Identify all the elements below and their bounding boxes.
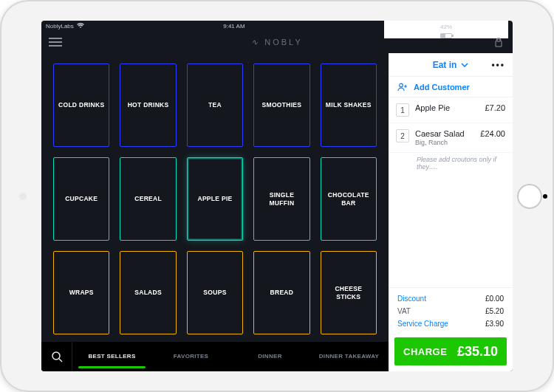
- wifi-icon: [77, 23, 84, 29]
- order-line-qty: 2: [396, 129, 409, 142]
- product-tile[interactable]: WRAPS: [53, 251, 109, 334]
- product-tile-label: TEA: [208, 101, 222, 109]
- home-button[interactable]: [517, 184, 542, 209]
- product-tile[interactable]: APPLE PIE: [187, 157, 243, 241]
- product-tile-label: SOUPS: [203, 289, 226, 297]
- order-lines: 1Apple Pie£7.202Caesar SaladBig, Ranch£2…: [389, 97, 513, 287]
- charge-amount: £35.10: [457, 344, 498, 360]
- svg-point-0: [52, 352, 60, 360]
- order-line-mods: Big, Ranch: [415, 139, 474, 146]
- battery-percent: 42%: [440, 24, 452, 30]
- ipad-frame: NoblyLabs 9:41 AM 42% ∿ NOBLY: [0, 0, 554, 392]
- product-tile[interactable]: COLD DRINKS: [53, 63, 109, 147]
- menu-button[interactable]: [49, 38, 62, 47]
- status-bar: NoblyLabs 9:41 AM 42%: [41, 21, 513, 31]
- product-tile[interactable]: SALADS: [120, 251, 176, 334]
- svg-point-2: [400, 83, 403, 87]
- order-type-select[interactable]: Eat in: [433, 60, 469, 70]
- product-area: COLD DRINKSHOT DRINKSTEASMOOTHIESMILK SH…: [41, 53, 389, 371]
- category-bar: BEST SELLERSFAVORITESDINNERDINNER TAKEAW…: [41, 342, 389, 371]
- order-line[interactable]: 1Apple Pie£7.20: [389, 97, 513, 123]
- product-tile[interactable]: SOUPS: [187, 251, 243, 334]
- product-tile-label: APPLE PIE: [197, 195, 232, 203]
- service-charge-value: £3.90: [485, 320, 504, 328]
- category-tab[interactable]: DINNER TAKEAWAY: [310, 342, 389, 371]
- product-tile[interactable]: TEA: [187, 63, 243, 147]
- discount-value: £0.00: [485, 295, 504, 303]
- product-tile[interactable]: HOT DRINKS: [120, 63, 176, 147]
- order-note: Please add croutons only if they.....: [389, 153, 513, 178]
- brand-logo: ∿ NOBLY: [62, 38, 492, 47]
- product-tile-label: WRAPS: [69, 289, 94, 297]
- product-tile[interactable]: CHOCOLATE BAR: [321, 157, 377, 241]
- service-charge-button[interactable]: Service Charge: [397, 320, 448, 328]
- product-tile-label: CHEESE STICKS: [324, 285, 373, 300]
- category-label: BEST SELLERS: [88, 354, 135, 360]
- order-line-qty: 1: [396, 103, 409, 117]
- chevron-down-icon: [461, 63, 468, 67]
- product-tile[interactable]: MILK SHAKES: [321, 63, 377, 147]
- discount-button[interactable]: Discount: [397, 295, 426, 303]
- vat-label: VAT: [397, 307, 411, 315]
- person-add-icon: [397, 83, 408, 92]
- order-line-name: Apple Pie: [415, 103, 479, 112]
- battery-icon: [440, 33, 452, 38]
- order-totals: Discount £0.00 VAT £5.20 Service Charge …: [389, 287, 513, 337]
- category-label: FAVORITES: [174, 354, 208, 360]
- device-side-sensor: [543, 194, 547, 199]
- lock-button[interactable]: [492, 35, 505, 49]
- product-tile[interactable]: SMOOTHIES: [253, 63, 310, 147]
- product-tile-label: SALADS: [134, 289, 162, 297]
- order-line-price: £24.00: [480, 129, 505, 138]
- add-customer-button[interactable]: Add Customer: [389, 77, 513, 97]
- product-grid: COLD DRINKSHOT DRINKSTEASMOOTHIESMILK SH…: [50, 59, 380, 334]
- carrier-label: NoblyLabs: [46, 23, 74, 30]
- charge-button[interactable]: CHARGE £35.10: [394, 337, 507, 365]
- product-tile-label: HOT DRINKS: [128, 101, 169, 109]
- product-tile-label: COLD DRINKS: [58, 101, 104, 109]
- product-tile[interactable]: BREAD: [253, 251, 310, 334]
- charge-label: CHARGE: [403, 346, 447, 357]
- product-tile[interactable]: SINGLE MUFFIN: [253, 157, 310, 241]
- product-tile[interactable]: CUPCAKE: [53, 157, 109, 241]
- more-button[interactable]: •••: [491, 60, 505, 70]
- category-label: DINNER TAKEAWAY: [319, 354, 379, 360]
- category-tab[interactable]: BEST SELLERS: [72, 342, 151, 371]
- search-button[interactable]: [41, 342, 72, 371]
- svg-line-1: [59, 359, 62, 362]
- product-tile-label: CEREAL: [134, 195, 162, 203]
- product-tile-label: CHOCOLATE BAR: [324, 191, 373, 207]
- order-line[interactable]: 2Caesar SaladBig, Ranch£24.00: [389, 123, 513, 153]
- product-tile-label: BREAD: [270, 289, 294, 297]
- product-tile-label: MILK SHAKES: [326, 101, 372, 109]
- order-panel: Eat in ••• Add Customer 1Apple Pie£7.202…: [389, 53, 513, 371]
- product-tile[interactable]: CEREAL: [120, 157, 176, 241]
- product-tile-label: SMOOTHIES: [262, 101, 302, 109]
- clock-label: 9:41 AM: [84, 23, 384, 30]
- add-customer-label: Add Customer: [414, 83, 470, 92]
- order-line-price: £7.20: [485, 103, 505, 112]
- device-camera: [19, 193, 27, 200]
- category-tab[interactable]: FAVORITES: [151, 342, 230, 371]
- vat-value: £5.20: [485, 307, 504, 315]
- order-line-name: Caesar Salad: [415, 129, 474, 138]
- screen: NoblyLabs 9:41 AM 42% ∿ NOBLY: [41, 21, 513, 371]
- category-label: DINNER: [258, 354, 281, 360]
- category-tab[interactable]: DINNER: [230, 342, 310, 371]
- product-tile-label: CUPCAKE: [65, 195, 98, 203]
- order-header: Eat in •••: [389, 53, 513, 77]
- product-tile-label: SINGLE MUFFIN: [257, 191, 306, 207]
- order-type-label: Eat in: [433, 60, 457, 70]
- product-tile[interactable]: CHEESE STICKS: [321, 251, 377, 334]
